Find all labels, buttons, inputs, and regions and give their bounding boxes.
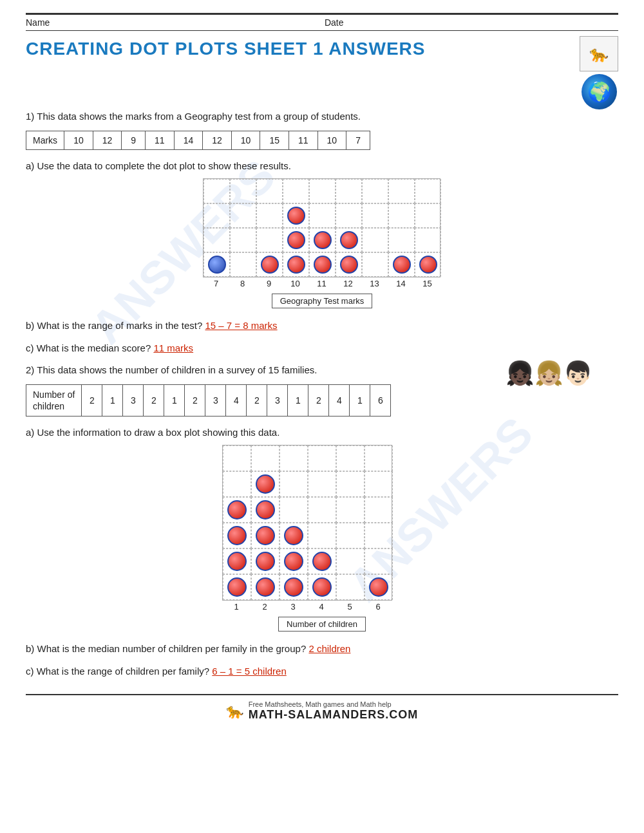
dot-cell (362, 179, 388, 203)
axis-label: 1 (222, 602, 251, 612)
children-cell: 2 (247, 384, 267, 416)
dot-cell (223, 523, 251, 548)
dot (419, 256, 437, 274)
dot (393, 256, 411, 274)
dot-cell (365, 574, 393, 600)
date-label: Date (325, 17, 344, 28)
dot-cell (336, 228, 362, 252)
children-label: Number ofchildren (26, 384, 82, 416)
dot (287, 207, 305, 225)
axis-label: 15 (414, 279, 440, 288)
dot (256, 526, 275, 545)
dot (284, 526, 303, 545)
kids-icon: 👧🏿👧🏼👦🏻 (506, 360, 592, 387)
dot-cell (279, 497, 308, 523)
q1-part-a: a) Use the data to complete the dot plot… (26, 159, 618, 174)
dot-cell (365, 523, 393, 548)
q1-part-c: c) What is the median score? 11 marks (26, 341, 618, 356)
dot-cell (309, 179, 336, 203)
dot-cell (256, 228, 283, 252)
dot (284, 552, 303, 571)
globe-icon: 🌍 (582, 74, 617, 109)
dot (284, 577, 303, 597)
dot-cell (230, 203, 256, 228)
dot (312, 577, 332, 597)
dot (256, 577, 275, 597)
top-bar: Name Date (26, 13, 618, 31)
dot-cell (336, 471, 365, 497)
q1-part-b-answer: 15 – 7 = 8 marks (205, 320, 277, 331)
children-cell: 4 (226, 384, 247, 416)
axis-label: 11 (308, 279, 335, 288)
dot-cell (279, 523, 308, 548)
dot-plot-2: 123456 Number of children (222, 445, 422, 632)
axis-labels-1: 789101112131415 (203, 279, 441, 288)
dot (287, 231, 305, 249)
dot-cell (415, 228, 441, 252)
dot-cell (415, 203, 441, 228)
dot-cell (388, 228, 415, 252)
axis-label: 12 (335, 279, 361, 288)
dot-cell (223, 497, 251, 523)
dot-cell (336, 497, 365, 523)
dot-cell (415, 179, 441, 203)
children-cell: 3 (267, 384, 288, 416)
marks-cell: 9 (122, 131, 146, 149)
dot (340, 231, 358, 249)
children-cell: 2 (82, 384, 102, 416)
dot-cell (365, 497, 393, 523)
dot-cell (362, 228, 388, 252)
dot-cell (362, 252, 388, 277)
dot-plot-2-title: Number of children (278, 617, 366, 632)
dot-cell (336, 548, 365, 574)
name-label: Name (26, 17, 50, 28)
dot (314, 231, 332, 249)
dot-plot-grid-1 (203, 178, 440, 277)
dot (227, 526, 247, 545)
dot-cell (336, 179, 362, 203)
dot (261, 256, 279, 274)
q1-part-c-answer: 11 marks (153, 342, 193, 353)
dot-cell (223, 548, 251, 574)
dot-cell (336, 574, 365, 600)
dot-cell (308, 523, 336, 548)
dot-cell (230, 252, 256, 277)
dot-cell (256, 252, 283, 277)
dot-cell (283, 228, 309, 252)
children-cell: 1 (102, 384, 123, 416)
dot-cell (308, 497, 336, 523)
q2-part-a: a) Use the information to draw a box plo… (26, 426, 618, 440)
axis-label: 14 (388, 279, 414, 288)
dot-cell (309, 252, 336, 277)
marks-cell: 12 (203, 131, 232, 149)
dot-cell (365, 445, 393, 471)
dot (256, 552, 275, 571)
dot-cell (279, 574, 308, 600)
axis-labels-2: 123456 (222, 602, 422, 612)
q2-part-b-answer: 2 children (308, 643, 350, 654)
dot-cell (251, 548, 279, 574)
page-title: CREATING DOT PLOTS SHEET 1 ANSWERS (26, 39, 425, 59)
axis-label: 7 (203, 279, 229, 288)
dot-cell (362, 203, 388, 228)
dot (208, 256, 226, 274)
axis-label: 3 (279, 602, 307, 612)
q2-part-c-answer: 6 – 1 = 5 children (212, 666, 287, 677)
children-cell: 3 (205, 384, 226, 416)
dot (287, 256, 305, 274)
dot-cell (256, 179, 283, 203)
marks-cell: 7 (346, 131, 370, 149)
dot-cell (256, 203, 283, 228)
dot-cell (388, 179, 415, 203)
dot-cell (204, 228, 230, 252)
dot-cell (251, 497, 279, 523)
dot (227, 552, 247, 571)
dot-cell (279, 548, 308, 574)
marks-cell: 15 (260, 131, 289, 149)
dot (340, 256, 358, 274)
dot-cell (309, 228, 336, 252)
dot (227, 577, 247, 597)
logo-box: 🐆 (580, 36, 618, 71)
axis-label: 2 (251, 602, 279, 612)
footer-line1: Free Mathsheets, Math games and Math hel… (249, 700, 419, 708)
